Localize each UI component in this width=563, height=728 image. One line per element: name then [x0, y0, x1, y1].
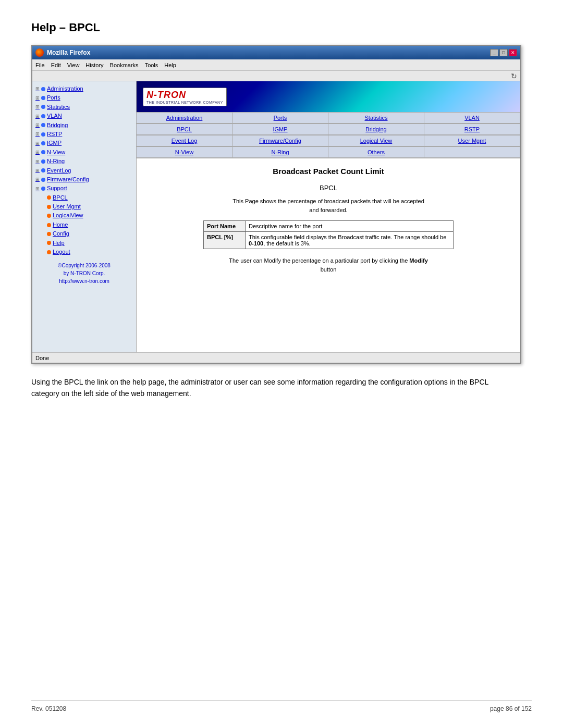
browser-window: Mozilla Firefox _ □ ✕ File Edit View His… — [31, 45, 521, 364]
expand-icon: ⊞ — [35, 85, 40, 92]
status-bar: Done — [32, 352, 520, 363]
sidebar-item-igmp[interactable]: ⊞ IGMP — [34, 139, 134, 147]
expand-icon: ⊞ — [35, 167, 40, 174]
sidebar-item-config[interactable]: Config — [34, 229, 134, 238]
content-heading: Broadcast Packet Count Limit — [147, 167, 510, 176]
sidebar-item-usermgmt[interactable]: User Mgmt — [34, 202, 134, 211]
sidebar-item-logicalview[interactable]: LogicalView — [34, 211, 134, 220]
sidebar-item-logout[interactable]: Logout — [34, 248, 134, 256]
content-sub-heading: BPCL — [147, 184, 510, 192]
expand-icon: ⊞ — [35, 140, 40, 147]
sidebar-item-firmware[interactable]: ⊞ Firmware/Config — [34, 175, 134, 184]
info-table: Port Name Descriptive name for the port … — [203, 220, 454, 249]
sidebar-item-statistics[interactable]: ⊞ Statistics — [34, 103, 134, 112]
nav-tab-rstp[interactable]: RSTP — [424, 124, 520, 135]
refresh-icon[interactable]: ↻ — [511, 72, 517, 80]
minimize-button[interactable]: _ — [490, 49, 498, 56]
page-title: Help – BPCL — [31, 21, 532, 34]
nav-tab-igmp[interactable]: IGMP — [232, 124, 328, 135]
ntron-logo: N-TRON THE INDUSTRIAL NETWORK COMPANY — [143, 88, 227, 106]
sidebar: ⊞ Administration ⊞ Ports ⊞ Statistics ⊞ … — [32, 81, 137, 352]
menu-edit[interactable]: Edit — [51, 62, 61, 68]
sidebar-copyright: ©Copyright 2006-2008 by N-TRON Corp. htt… — [34, 262, 134, 285]
sidebar-item-bpcl[interactable]: BPCL — [34, 193, 134, 202]
sidebar-item-ports[interactable]: ⊞ Ports — [34, 93, 134, 102]
table-cell-field: Port Name — [204, 221, 246, 232]
bullet-icon — [47, 214, 51, 218]
expand-icon: ⊞ — [35, 113, 40, 120]
bullet-icon — [47, 232, 51, 236]
sidebar-item-support[interactable]: ⊞ Support — [34, 184, 134, 193]
menu-file[interactable]: File — [35, 62, 45, 68]
close-button[interactable]: ✕ — [509, 49, 517, 56]
expand-icon: ⊞ — [35, 95, 40, 102]
nav-tab-statistics[interactable]: Statistics — [328, 113, 424, 124]
sidebar-item-administration[interactable]: ⊞ Administration — [34, 84, 134, 93]
nav-tabs-row4: N-View N-Ring Others — [137, 147, 520, 158]
sidebar-item-nring[interactable]: ⊞ N-Ring — [34, 157, 134, 166]
browser-toolbar: ↻ — [32, 71, 520, 81]
menu-tools[interactable]: Tools — [145, 62, 158, 68]
content-note: The user can Modify the percentage on a … — [147, 256, 510, 274]
nav-tab-ports[interactable]: Ports — [232, 113, 328, 124]
nav-tab-vlan[interactable]: VLAN — [424, 113, 520, 124]
sidebar-item-bridging[interactable]: ⊞ Bridging — [34, 121, 134, 130]
expand-icon: ⊞ — [35, 149, 40, 156]
table-row: Port Name Descriptive name for the port — [204, 221, 454, 232]
expand-icon: ⊞ — [35, 176, 40, 183]
status-text: Done — [35, 355, 49, 361]
bullet-icon — [41, 87, 45, 91]
expand-icon: ⊞ — [35, 186, 40, 192]
nav-tab-bridging[interactable]: Bridging — [328, 124, 424, 135]
menu-view[interactable]: View — [67, 62, 80, 68]
menu-bookmarks[interactable]: Bookmarks — [110, 62, 139, 68]
sidebar-item-eventlog[interactable]: ⊞ EventLog — [34, 166, 134, 175]
expand-icon: ⊞ — [35, 104, 40, 110]
bullet-icon — [41, 114, 45, 118]
page-description: Using the BPCL the link on the help page… — [31, 376, 500, 400]
table-row: BPCL [%] This configurable field display… — [204, 232, 454, 249]
menu-history[interactable]: History — [85, 62, 103, 68]
nav-tab-firmware[interactable]: Firmware/Config — [232, 135, 328, 146]
table-cell-value: Descriptive name for the port — [246, 221, 454, 232]
expand-icon: ⊞ — [35, 122, 40, 129]
maximize-button[interactable]: □ — [499, 49, 508, 56]
sidebar-item-nview[interactable]: ⊞ N-View — [34, 148, 134, 157]
browser-menubar: File Edit View History Bookmarks Tools H… — [32, 59, 520, 71]
nav-tab-administration[interactable]: Administration — [137, 113, 232, 124]
browser-content: ⊞ Administration ⊞ Ports ⊞ Statistics ⊞ … — [32, 81, 520, 352]
ntron-sub-text: THE INDUSTRIAL NETWORK COMPANY — [146, 101, 223, 104]
nav-tab-usermgmt[interactable]: User Mgmt — [424, 135, 520, 146]
menu-help[interactable]: Help — [164, 62, 176, 68]
nav-tab-bpcl[interactable]: BPCL — [137, 124, 232, 135]
expand-icon: ⊞ — [35, 158, 40, 165]
sidebar-item-help[interactable]: Help — [34, 239, 134, 248]
bullet-icon — [41, 150, 45, 154]
firefox-icon — [35, 48, 44, 57]
content-description: This Page shows the percentage of broadc… — [147, 197, 510, 214]
nav-tab-eventlog[interactable]: Event Log — [137, 135, 232, 146]
sidebar-item-home[interactable]: Home — [34, 220, 134, 229]
nav-tab-others[interactable]: Others — [328, 147, 424, 158]
table-cell-field: BPCL [%] — [204, 232, 246, 249]
content-area: Broadcast Packet Count Limit BPCL This P… — [137, 158, 520, 282]
nav-tab-logicalview[interactable]: Logical View — [328, 135, 424, 146]
expand-icon: ⊞ — [35, 131, 40, 138]
footer-page: page 86 of 152 — [490, 705, 532, 712]
nav-tab-empty — [424, 147, 520, 158]
browser-titlebar: Mozilla Firefox _ □ ✕ — [32, 46, 520, 59]
nav-tab-nview[interactable]: N-View — [137, 147, 232, 158]
sidebar-item-vlan[interactable]: ⊞ VLAN — [34, 112, 134, 120]
nav-tabs-row2: BPCL IGMP Bridging RSTP — [137, 124, 520, 135]
bullet-icon — [47, 250, 51, 254]
bullet-icon — [41, 159, 45, 164]
sidebar-item-rstp[interactable]: ⊞ RSTP — [34, 130, 134, 139]
table-cell-value: This configurable field displays the Bro… — [246, 232, 454, 249]
nav-tab-nring[interactable]: N-Ring — [232, 147, 328, 158]
nav-tabs-row1: Administration Ports Statistics VLAN — [137, 113, 520, 124]
bullet-icon — [47, 241, 51, 245]
main-content: N-TRON THE INDUSTRIAL NETWORK COMPANY Ad… — [137, 81, 520, 352]
footer-rev: Rev. 051208 — [31, 705, 66, 712]
browser-title: Mozilla Firefox — [35, 48, 90, 57]
bullet-icon — [41, 123, 45, 127]
